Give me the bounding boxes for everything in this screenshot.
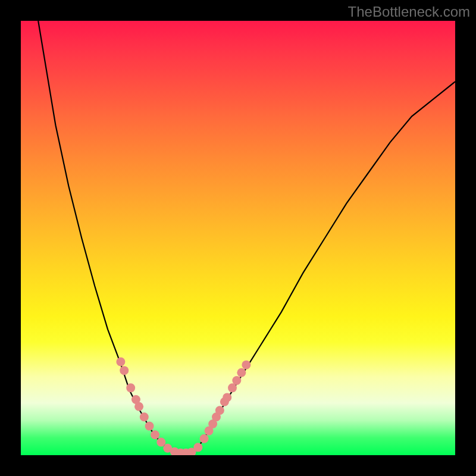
marker-dot (134, 402, 143, 411)
bottleneck-curve (38, 21, 455, 453)
marker-dot (237, 368, 246, 377)
watermark-text: TheBottleneck.com (348, 4, 470, 20)
marker-dot (151, 430, 159, 439)
curve-overlay (21, 21, 455, 455)
marker-dot (200, 434, 209, 443)
marker-dot (215, 406, 224, 415)
marker-dot (145, 422, 154, 431)
marker-dot (140, 412, 149, 421)
marker-points (116, 358, 250, 455)
chart-container: TheBottleneck.com (0, 0, 476, 476)
marker-dot (126, 383, 135, 392)
plot-area (21, 21, 455, 455)
marker-dot (242, 361, 250, 369)
marker-dot (120, 366, 129, 375)
marker-dot (232, 376, 241, 385)
marker-dot (156, 438, 165, 447)
marker-dot (193, 443, 202, 452)
marker-dot (223, 393, 231, 402)
marker-dot (116, 358, 125, 367)
